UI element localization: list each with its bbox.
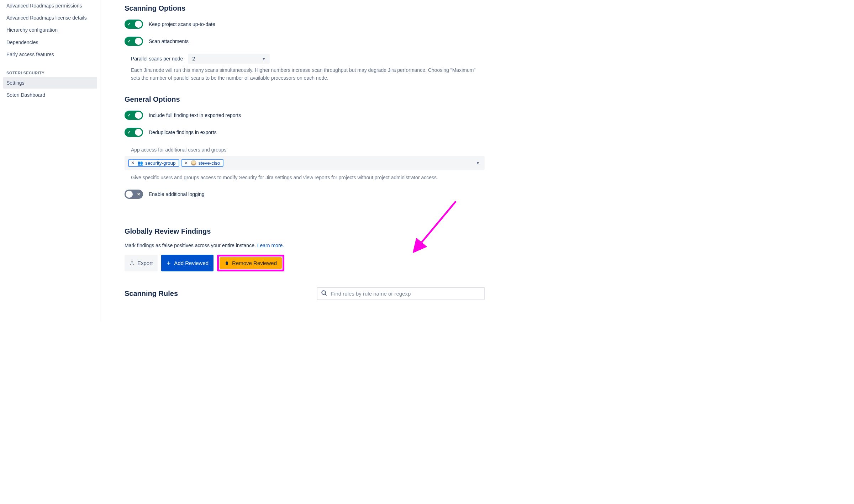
user-avatar-icon <box>191 160 196 166</box>
scanning-options-heading: Scanning Options <box>125 4 485 12</box>
option-keep-up-to-date: ✓ Keep project scans up-to-date <box>125 20 485 29</box>
check-icon: ✓ <box>127 22 131 27</box>
rules-search[interactable] <box>317 287 485 300</box>
sidebar-item-soteri-dashboard[interactable]: Soteri Dashboard <box>3 89 97 101</box>
annotation-highlight: Remove Reviewed <box>217 255 284 271</box>
sidebar: Advanced Roadmaps permissions Advanced R… <box>0 0 100 322</box>
access-tag-user[interactable]: ✕ steve-ciso <box>181 159 224 167</box>
option-scan-attachments: ✓ Scan attachments <box>125 37 485 46</box>
parallel-scans-help: Each Jira node will run this many scans … <box>125 67 485 82</box>
tag-label: security-group <box>145 160 176 166</box>
access-label: App access for additional users and grou… <box>125 147 485 153</box>
remove-reviewed-button[interactable]: Remove Reviewed <box>220 257 282 269</box>
sidebar-item-dependencies[interactable]: Dependencies <box>3 37 97 48</box>
group-icon: 👥 <box>137 160 143 166</box>
access-multiselect[interactable]: ✕ 👥 security-group ✕ steve-ciso ▼ <box>125 156 485 170</box>
option-include-full-text: ✓ Include full finding text in exported … <box>125 111 485 120</box>
sidebar-section-soteri: SOTERI SECURITY <box>3 61 97 77</box>
parallel-scans-row: Parallel scans per node 2 ▼ <box>125 54 485 64</box>
chevron-down-icon: ▼ <box>262 57 265 61</box>
plus-icon <box>166 261 171 266</box>
scanning-rules-row: Scanning Rules <box>125 287 485 300</box>
button-label: Export <box>137 260 153 266</box>
toggle-scan-attachments[interactable]: ✓ <box>125 37 143 46</box>
check-icon: ✓ <box>127 39 131 44</box>
rules-search-input[interactable] <box>331 291 480 297</box>
scanning-rules-heading: Scanning Rules <box>125 290 178 298</box>
toggle-dedup[interactable]: ✓ <box>125 128 143 137</box>
trash-icon <box>225 261 229 265</box>
sidebar-item-hierarchy-config[interactable]: Hierarchy configuration <box>3 24 97 36</box>
check-icon: ✓ <box>127 113 131 118</box>
sidebar-item-early-access[interactable]: Early access features <box>3 49 97 60</box>
toggle-keep-up-to-date[interactable]: ✓ <box>125 20 143 29</box>
review-buttons: Export Add Reviewed Remove Reviewed <box>125 255 485 271</box>
button-label: Add Reviewed <box>174 260 209 266</box>
main-content: Scanning Options ✓ Keep project scans up… <box>100 0 499 322</box>
learn-more-link[interactable]: Learn more. <box>257 243 284 248</box>
check-icon: ✓ <box>127 130 131 135</box>
remove-tag-icon[interactable]: ✕ <box>184 160 189 165</box>
x-icon: ✕ <box>137 192 140 197</box>
option-enable-logging: ✕ Enable additional logging <box>125 190 485 199</box>
toggle-enable-logging[interactable]: ✕ <box>125 190 143 199</box>
search-icon <box>321 290 327 297</box>
export-button[interactable]: Export <box>125 255 158 271</box>
parallel-scans-value: 2 <box>192 56 195 62</box>
option-label: Enable additional logging <box>149 191 204 197</box>
button-label: Remove Reviewed <box>232 260 277 266</box>
option-label: Deduplicate findings in exports <box>149 129 217 135</box>
svg-point-2 <box>322 291 326 295</box>
access-help: Give specific users and groups access to… <box>125 174 485 182</box>
sidebar-item-roadmaps-permissions[interactable]: Advanced Roadmaps permissions <box>3 0 97 11</box>
general-options-heading: General Options <box>125 95 485 104</box>
access-tag-group[interactable]: ✕ 👥 security-group <box>128 159 179 167</box>
option-dedup: ✓ Deduplicate findings in exports <box>125 128 485 137</box>
option-label: Scan attachments <box>149 38 189 44</box>
sidebar-item-settings[interactable]: Settings <box>3 77 97 89</box>
review-heading: Globally Review Findings <box>125 227 485 235</box>
add-reviewed-button[interactable]: Add Reviewed <box>161 255 214 271</box>
toggle-include-full-text[interactable]: ✓ <box>125 111 143 120</box>
svg-line-3 <box>325 294 327 296</box>
chevron-down-icon: ▼ <box>476 161 480 165</box>
option-label: Include full finding text in exported re… <box>149 112 241 118</box>
sidebar-item-roadmaps-license[interactable]: Advanced Roadmaps license details <box>3 12 97 23</box>
remove-tag-icon[interactable]: ✕ <box>130 160 135 165</box>
review-description: Mark findings as false positives across … <box>125 243 485 248</box>
export-icon <box>130 261 135 266</box>
parallel-scans-select[interactable]: 2 ▼ <box>188 54 270 64</box>
review-desc-text: Mark findings as false positives across … <box>125 243 257 248</box>
parallel-scans-label: Parallel scans per node <box>131 56 183 62</box>
tag-label: steve-ciso <box>199 160 220 166</box>
option-label: Keep project scans up-to-date <box>149 21 215 27</box>
